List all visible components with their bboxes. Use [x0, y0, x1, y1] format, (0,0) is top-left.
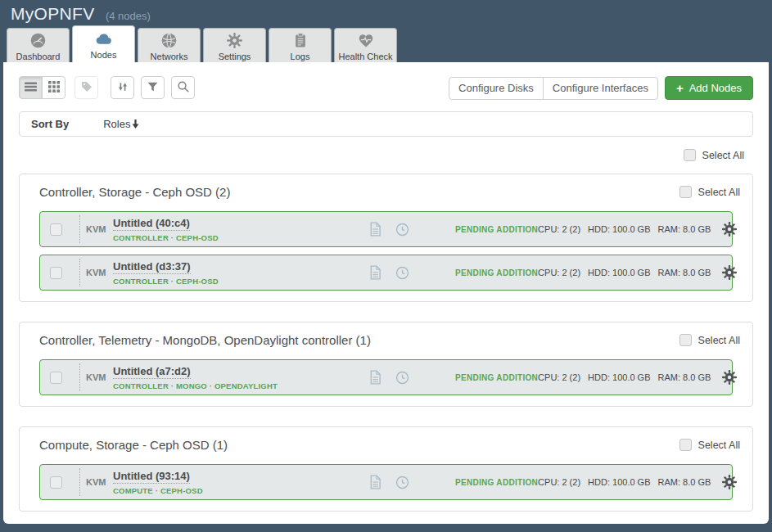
select-all-label: Select All [698, 335, 740, 346]
tab-dashboard[interactable]: Dashboard [7, 28, 70, 62]
configure-button-group: Configure Disks Configure Interfaces [449, 77, 658, 100]
node-count-label: (4 nodes) [106, 10, 151, 22]
status-badge: PENDING ADDITION [455, 478, 538, 487]
node-row[interactable]: KVM Untitled (d3:37) CONTROLLER · CEPH-O… [39, 255, 733, 291]
label-nodes-button[interactable] [74, 76, 98, 99]
node-name[interactable]: Untitled (d3:37) [113, 260, 191, 274]
node-details-icon[interactable] [369, 222, 381, 237]
add-nodes-label: Add Nodes [689, 82, 742, 94]
hdd-value: HDD: 100.0 GB [588, 268, 650, 277]
tab-networks[interactable]: Networks [138, 28, 201, 62]
status-badge: PENDING ADDITION [455, 373, 538, 382]
tab-logs[interactable]: Logs [269, 28, 332, 62]
sort-bar: Sort By Roles [19, 111, 753, 137]
sort-roles-control[interactable]: Roles [103, 117, 140, 132]
node-history-icon[interactable] [395, 476, 409, 489]
node-history-icon[interactable] [395, 371, 409, 385]
group-select-all-checkbox[interactable] [679, 334, 692, 346]
nodes-panel: Configure Disks Configure Interfaces + A… [3, 62, 769, 524]
tab-nodes[interactable]: Nodes [72, 25, 135, 62]
hypervisor-label: KVM [86, 477, 111, 487]
tab-label: Networks [151, 52, 188, 61]
hdd-value: HDD: 100.0 GB [588, 224, 650, 234]
tab-label: Settings [219, 52, 251, 61]
tab-label: Health Check [338, 52, 392, 61]
gear-icon [226, 32, 243, 49]
search-nodes-button[interactable] [171, 76, 195, 99]
search-icon [177, 80, 190, 96]
ram-value: RAM: 8.0 GB [658, 268, 711, 277]
select-all-label: Select All [698, 440, 740, 451]
node-row[interactable]: KVM Untitled (a7:d2) CONTROLLER · MONGO … [39, 359, 733, 395]
cpu-value: CPU: 2 (2) [538, 268, 580, 277]
node-name[interactable]: Untitled (40:c4) [113, 217, 190, 231]
sort-nodes-button[interactable] [111, 76, 134, 99]
hypervisor-label: KVM [86, 268, 111, 277]
divider [79, 468, 80, 496]
node-settings-gear-icon[interactable] [721, 369, 738, 385]
node-settings-gear-icon[interactable] [721, 474, 738, 490]
node-settings-gear-icon[interactable] [721, 264, 738, 281]
filter-nodes-button[interactable] [141, 76, 165, 99]
sort-by-label: Sort By [31, 118, 69, 130]
tab-settings[interactable]: Settings [203, 28, 266, 62]
node-settings-gear-icon[interactable] [721, 221, 738, 237]
cpu-value: CPU: 2 (2) [538, 372, 580, 382]
sort-value-label: Roles [103, 118, 130, 130]
node-details-icon[interactable] [369, 265, 381, 280]
divider [79, 215, 80, 243]
node-group: Compute, Storage - Ceph OSD (1) Select A… [19, 426, 753, 512]
node-checkbox[interactable] [50, 223, 62, 236]
hdd-value: HDD: 100.0 GB [588, 372, 650, 382]
node-name[interactable]: Untitled (93:14) [113, 470, 190, 484]
tab-label: Nodes [91, 50, 117, 60]
dashboard-gauge-icon [29, 32, 47, 49]
ram-value: RAM: 8.0 GB [658, 477, 711, 487]
hypervisor-label: KVM [86, 224, 111, 234]
node-checkbox[interactable] [50, 476, 62, 489]
node-roles: CONTROLLER · CEPH-OSD [113, 233, 369, 242]
cloud-icon [94, 30, 113, 47]
group-title: Compute, Storage - Ceph OSD (1) [39, 438, 228, 452]
group-title: Controller, Storage - Ceph OSD (2) [39, 185, 230, 199]
ram-value: RAM: 8.0 GB [658, 224, 711, 234]
node-row[interactable]: KVM Untitled (40:c4) CONTROLLER · CEPH-O… [39, 211, 733, 247]
configure-interfaces-button[interactable]: Configure Interfaces [543, 77, 658, 100]
view-mode-toggle [19, 76, 65, 99]
node-history-icon[interactable] [395, 266, 409, 280]
heartbeat-icon [357, 32, 375, 49]
node-roles: CONTROLLER · CEPH-OSD [113, 277, 369, 286]
divider [79, 259, 80, 286]
grid-view-icon [48, 81, 60, 95]
tag-icon [80, 80, 93, 96]
node-row[interactable]: KVM Untitled (93:14) COMPUTE · CEPH-OSD … [39, 464, 733, 500]
node-checkbox[interactable] [50, 267, 62, 279]
select-all-checkbox[interactable] [684, 149, 696, 161]
node-name[interactable]: Untitled (a7:d2) [113, 365, 191, 379]
node-group: Controller, Telemetry - MongoDB, OpenDay… [19, 322, 753, 407]
node-group: Controller, Storage - Ceph OSD (2) Selec… [19, 174, 753, 302]
node-details-icon[interactable] [369, 370, 381, 385]
tab-health-check[interactable]: Health Check [334, 28, 397, 62]
configure-disks-button[interactable]: Configure Disks [449, 77, 544, 100]
hdd-value: HDD: 100.0 GB [588, 477, 650, 487]
node-roles: COMPUTE · CEPH-OSD [113, 486, 369, 495]
group-select-all-checkbox[interactable] [679, 186, 692, 198]
select-all-label: Select All [698, 187, 740, 198]
grid-view-button[interactable] [42, 76, 65, 99]
node-history-icon[interactable] [395, 223, 409, 237]
arrow-down-icon [130, 117, 140, 132]
plus-icon: + [676, 82, 684, 94]
divider [79, 363, 80, 391]
node-roles: CONTROLLER · MONGO · OPENDAYLIGHT [113, 381, 369, 390]
add-nodes-button[interactable]: + Add Nodes [665, 76, 753, 100]
tab-label: Dashboard [16, 52, 61, 61]
page-title: MyOPNFV [11, 4, 94, 24]
environment-header: MyOPNFV (4 nodes) [0, 0, 772, 26]
node-details-icon[interactable] [369, 475, 381, 489]
node-checkbox[interactable] [50, 372, 62, 384]
group-select-all-checkbox[interactable] [679, 439, 692, 451]
tab-label: Logs [291, 52, 310, 61]
list-view-button[interactable] [19, 76, 43, 99]
network-globe-icon [160, 32, 178, 49]
